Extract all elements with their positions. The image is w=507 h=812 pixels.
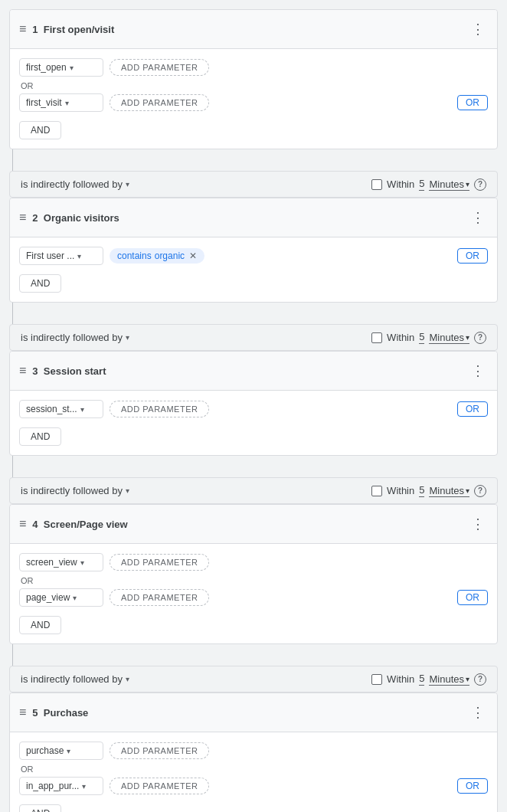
- drag-icon: ≡: [19, 22, 26, 36]
- and-button-3[interactable]: AND: [19, 427, 61, 446]
- between-dropdown-2[interactable]: is indirectly followed by ▾: [21, 332, 129, 343]
- between-block-3: is indirectly followed by ▾ Within 5 Min…: [9, 477, 498, 504]
- step-2-more-icon[interactable]: ⋮: [468, 206, 488, 229]
- event-row-session: session_st... ▾ ADD PARAMETER OR: [19, 400, 488, 418]
- step-5-body: purchase ▾ ADD PARAMETER OR in_app_pur..…: [10, 732, 497, 812]
- step-2-body: First user ... ▾ contains organic ✕ OR A…: [10, 237, 497, 302]
- chevron-down-icon: ▾: [126, 675, 129, 683]
- step-5-title: 5 Purchase: [32, 707, 468, 719]
- event-row-page-view: page_view ▾ ADD PARAMETER OR: [19, 588, 488, 607]
- step-3-header: ≡ 3 Session start ⋮: [10, 352, 497, 391]
- chevron-down-icon: ▾: [80, 558, 84, 567]
- add-param-btn-1b[interactable]: ADD PARAMETER: [110, 94, 209, 111]
- chevron-down-icon: ▾: [466, 333, 469, 342]
- connector-line-2: [12, 303, 13, 324]
- step-2-title: 2 Organic visitors: [32, 212, 468, 224]
- step-block-5: ≡ 5 Purchase ⋮ purchase ▾ ADD PARAMETER …: [9, 692, 498, 812]
- help-icon-4[interactable]: ?: [474, 673, 486, 686]
- within-number-2: 5: [419, 331, 424, 344]
- chevron-down-icon: ▾: [77, 252, 81, 260]
- step-4-more-icon[interactable]: ⋮: [468, 512, 488, 535]
- step-block-1: ≡ 1 First open/visit ⋮ first_open ▾ ADD …: [9, 9, 498, 149]
- and-button-4[interactable]: AND: [19, 616, 61, 634]
- between-dropdown-4[interactable]: is indirectly followed by ▾: [21, 673, 129, 685]
- add-param-btn-3[interactable]: ADD PARAMETER: [110, 401, 209, 417]
- within-unit-1[interactable]: Minutes ▾: [429, 178, 469, 191]
- add-param-btn-4a[interactable]: ADD PARAMETER: [110, 554, 209, 571]
- first-user-dropdown[interactable]: First user ... ▾: [19, 247, 103, 265]
- step-4-title: 4 Screen/Page view: [32, 519, 468, 530]
- chevron-down-icon: ▾: [73, 594, 77, 602]
- within-unit-2[interactable]: Minutes ▾: [429, 332, 469, 344]
- in-app-purchase-dropdown[interactable]: in_app_pur... ▾: [19, 777, 103, 795]
- help-icon-3[interactable]: ?: [474, 485, 486, 497]
- within-checkbox-2[interactable]: [371, 332, 382, 343]
- step-3-body: session_st... ▾ ADD PARAMETER OR AND: [10, 391, 497, 455]
- within-checkbox-4[interactable]: [371, 674, 382, 685]
- chevron-down-icon: ▾: [65, 99, 69, 107]
- help-icon-2[interactable]: ?: [474, 332, 486, 344]
- event-row-first-visit: first_visit ▾ ADD PARAMETER OR: [19, 93, 488, 112]
- step-1-title: 1 First open/visit: [32, 24, 468, 35]
- and-button-1[interactable]: AND: [19, 121, 61, 139]
- add-param-btn-4b[interactable]: ADD PARAMETER: [110, 589, 209, 606]
- within-section-1: Within 5 Minutes ▾ ?: [371, 178, 486, 191]
- chevron-down-icon: ▾: [80, 405, 84, 414]
- between-dropdown-3[interactable]: is indirectly followed by ▾: [21, 485, 129, 496]
- between-block-4: is indirectly followed by ▾ Within 5 Min…: [9, 666, 498, 692]
- or-button-3[interactable]: OR: [457, 401, 488, 417]
- connector-wrapper-4: [0, 644, 507, 666]
- session-dropdown[interactable]: session_st... ▾: [19, 400, 103, 418]
- add-param-btn-5a[interactable]: ADD PARAMETER: [110, 742, 209, 759]
- step-1-body: first_open ▾ ADD PARAMETER OR first_visi…: [10, 49, 497, 149]
- connector-line-4: [12, 644, 13, 666]
- purchase-dropdown[interactable]: purchase ▾: [19, 742, 103, 760]
- step-4-body: screen_view ▾ ADD PARAMETER OR page_view…: [10, 544, 497, 643]
- chevron-down-icon: ▾: [466, 180, 469, 188]
- chevron-down-icon: ▾: [67, 747, 70, 755]
- step-3-more-icon[interactable]: ⋮: [468, 359, 488, 382]
- contains-chip: contains organic ✕: [110, 248, 204, 264]
- step-block-3: ≡ 3 Session start ⋮ session_st... ▾ ADD …: [9, 351, 498, 456]
- chevron-down-icon: ▾: [466, 486, 469, 495]
- within-unit-3[interactable]: Minutes ▾: [429, 485, 469, 497]
- event-row-first-open: first_open ▾ ADD PARAMETER: [19, 58, 488, 77]
- step-1-more-icon[interactable]: ⋮: [468, 18, 488, 41]
- within-section-4: Within 5 Minutes ▾ ?: [371, 673, 486, 686]
- within-label-3: Within: [387, 485, 414, 496]
- or-label-5: OR: [19, 765, 488, 774]
- chevron-down-icon: ▾: [126, 333, 129, 342]
- page-view-dropdown[interactable]: page_view ▾: [19, 588, 103, 607]
- within-number-3: 5: [419, 484, 424, 497]
- first-open-dropdown[interactable]: first_open ▾: [19, 58, 103, 77]
- event-row-purchase: purchase ▾ ADD PARAMETER: [19, 742, 488, 760]
- chip-close-icon[interactable]: ✕: [189, 250, 197, 261]
- or-label-1: OR: [19, 81, 488, 90]
- step-4-header: ≡ 4 Screen/Page view ⋮: [10, 505, 497, 544]
- chevron-down-icon: ▾: [82, 782, 86, 791]
- and-button-2[interactable]: AND: [19, 274, 61, 293]
- or-button-5[interactable]: OR: [457, 778, 488, 794]
- within-checkbox-1[interactable]: [371, 179, 382, 190]
- between-dropdown-1[interactable]: is indirectly followed by ▾: [21, 178, 129, 190]
- screen-view-dropdown[interactable]: screen_view ▾: [19, 553, 103, 571]
- first-visit-dropdown[interactable]: first_visit ▾: [19, 93, 103, 112]
- within-label-4: Within: [387, 673, 414, 685]
- or-button-2[interactable]: OR: [457, 248, 488, 264]
- or-button-1[interactable]: OR: [457, 95, 488, 110]
- within-checkbox-3[interactable]: [371, 486, 382, 496]
- connector-wrapper-2: [0, 303, 507, 324]
- within-unit-4[interactable]: Minutes ▾: [429, 673, 469, 686]
- event-row-screen-view: screen_view ▾ ADD PARAMETER: [19, 553, 488, 571]
- help-icon-1[interactable]: ?: [474, 178, 486, 191]
- within-label-2: Within: [387, 332, 414, 343]
- and-button-5[interactable]: AND: [19, 804, 61, 812]
- add-param-btn-5b[interactable]: ADD PARAMETER: [110, 778, 209, 794]
- step-5-more-icon[interactable]: ⋮: [468, 701, 488, 724]
- or-button-4[interactable]: OR: [457, 590, 488, 605]
- add-param-btn-1a[interactable]: ADD PARAMETER: [110, 59, 209, 76]
- within-section-3: Within 5 Minutes ▾ ?: [371, 484, 486, 497]
- between-block-2: is indirectly followed by ▾ Within 5 Min…: [9, 324, 498, 351]
- step-block-2: ≡ 2 Organic visitors ⋮ First user ... ▾ …: [9, 198, 498, 303]
- step-block-4: ≡ 4 Screen/Page view ⋮ screen_view ▾ ADD…: [9, 504, 498, 644]
